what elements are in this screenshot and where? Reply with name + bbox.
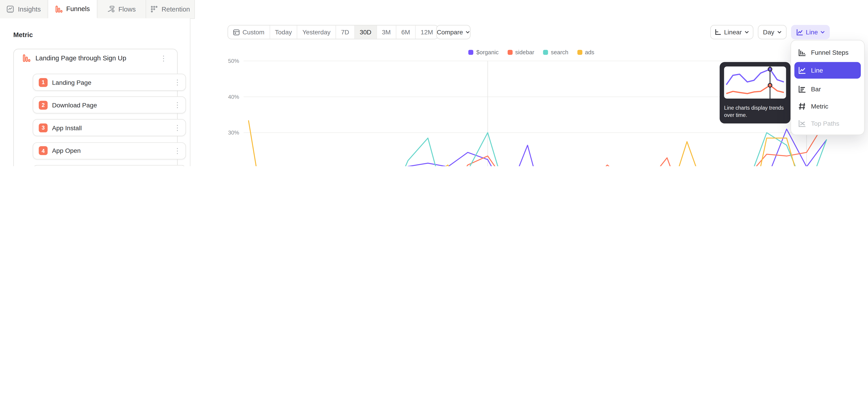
mini-red-line: [726, 85, 784, 94]
line-icon: [798, 66, 806, 74]
menu-item-label: Bar: [811, 86, 821, 92]
step-kebab-icon[interactable]: [174, 147, 181, 154]
range-label: 6M: [401, 29, 410, 35]
compare-label: Compare: [437, 29, 463, 35]
chart-type-menu: Funnel StepsLineBarMetricTop Paths: [790, 40, 865, 135]
chart-type-tooltip: Line charts display trends over time.: [720, 62, 790, 123]
query-sidebar: Metric Landing Page through Sign Up 1Lan…: [0, 18, 190, 166]
y-tick-label: 50%: [228, 58, 239, 64]
chevron-down-icon: [777, 31, 782, 34]
menu-item-label: Metric: [811, 103, 829, 109]
tab-retention[interactable]: Retention: [146, 0, 195, 18]
range-custom[interactable]: Custom: [228, 26, 270, 39]
range-12m[interactable]: 12M: [416, 26, 438, 39]
funnel-steps-icon: [798, 49, 806, 57]
step-label: App Open: [52, 148, 81, 154]
step-label: App Install: [52, 125, 82, 131]
range-label: 12M: [421, 29, 433, 35]
range-label: Today: [275, 29, 292, 35]
range-label: Yesterday: [303, 29, 331, 35]
mini-purple-line: [726, 69, 784, 85]
metric-heading: Metric: [13, 31, 33, 39]
interval-label: Day: [763, 29, 774, 35]
interval-dropdown[interactable]: Day: [758, 25, 786, 39]
date-range-segmented: CustomTodayYesterday7D30D3M6M12M: [228, 25, 439, 39]
funnel-step-1[interactable]: 1Landing Page: [33, 74, 186, 91]
funnel-metric-icon: [23, 54, 30, 62]
menu-item-funnel-steps[interactable]: Funnel Steps: [794, 45, 861, 60]
menu-item-label: Funnel Steps: [811, 49, 848, 56]
y-tick-label: 20%: [228, 165, 239, 166]
calendar-icon: [233, 29, 240, 35]
funnel-title: Landing Page through Sign Up: [35, 54, 126, 62]
tab-funnels[interactable]: Funnels: [48, 0, 97, 18]
range-label: 3M: [382, 29, 391, 35]
funnels-icon: [55, 5, 62, 12]
flows-icon: [107, 5, 115, 13]
funnel-step-5[interactable]: 5Sign Up: [33, 165, 186, 166]
top-paths-icon: [798, 120, 806, 127]
tooltip-text: Line charts display trends over time.: [724, 105, 786, 119]
tab-label: Funnels: [66, 5, 90, 13]
step-number-badge: 4: [39, 146, 48, 155]
step-label: Download Page: [52, 102, 97, 108]
insights-icon: [7, 5, 14, 13]
chart-type-label: Line: [806, 29, 818, 35]
step-kebab-icon[interactable]: [174, 124, 181, 132]
series-line-organic: [249, 129, 827, 166]
range-3m[interactable]: 3M: [377, 26, 396, 39]
chart-type-dropdown[interactable]: Line: [791, 25, 830, 39]
y-tick-label: 30%: [228, 130, 239, 136]
menu-item-line[interactable]: Line: [794, 62, 861, 79]
tab-label: Retention: [162, 5, 190, 13]
funnel-title-row[interactable]: Landing Page through Sign Up: [23, 54, 172, 62]
app-window: Insights Funnels Flows Retention Metric …: [0, 0, 868, 166]
step-number-badge: 1: [39, 78, 48, 87]
scale-dropdown[interactable]: Linear: [710, 25, 753, 39]
step-kebab-icon[interactable]: [174, 101, 181, 109]
metric-card: Landing Page through Sign Up 1Landing Pa…: [13, 49, 178, 166]
mini-red-dot: [768, 84, 772, 87]
chevron-down-icon: [466, 31, 470, 34]
tab-flows[interactable]: Flows: [97, 0, 146, 18]
step-number-badge: 3: [39, 123, 48, 132]
range-label: Custom: [243, 29, 265, 35]
tab-label: Insights: [18, 5, 41, 13]
linear-scale-icon: [715, 29, 721, 35]
range-today[interactable]: Today: [270, 26, 298, 39]
chevron-down-icon: [745, 31, 749, 34]
tab-label: Flows: [119, 5, 136, 13]
series-line-search: [249, 133, 827, 166]
menu-item-label: Top Paths: [811, 120, 839, 127]
range-30d[interactable]: 30D: [355, 26, 377, 39]
scale-label: Linear: [724, 29, 742, 35]
funnel-step-4[interactable]: 4App Open: [33, 142, 186, 159]
line-chart-icon: [796, 29, 803, 36]
range-label: 30D: [360, 29, 371, 35]
retention-icon: [151, 5, 158, 13]
series-line-sidebar: [249, 120, 827, 166]
menu-item-label: Line: [811, 67, 823, 73]
menu-item-metric[interactable]: Metric: [794, 99, 861, 114]
step-number-badge: 2: [39, 101, 48, 109]
funnel-step-3[interactable]: 3App Install: [33, 119, 186, 136]
step-label: Landing Page: [52, 79, 91, 86]
funnel-kebab-icon[interactable]: [160, 55, 167, 62]
metric-icon: [798, 102, 806, 110]
tab-insights[interactable]: Insights: [0, 0, 48, 18]
y-tick-label: 40%: [228, 94, 239, 100]
tooltip-mini-chart: [724, 66, 786, 99]
mini-purple-dot: [768, 67, 772, 71]
compare-button[interactable]: Compare: [436, 25, 471, 39]
report-tabbar: Insights Funnels Flows Retention: [0, 0, 195, 19]
menu-item-bar[interactable]: Bar: [794, 82, 861, 97]
menu-item-top-paths: Top Paths: [794, 116, 861, 131]
range-yesterday[interactable]: Yesterday: [298, 26, 336, 39]
funnel-step-2[interactable]: 2Download Page: [33, 97, 186, 114]
range-7d[interactable]: 7D: [336, 26, 355, 39]
chevron-down-icon: [820, 31, 825, 34]
range-6m[interactable]: 6M: [396, 26, 416, 39]
step-kebab-icon[interactable]: [174, 79, 181, 86]
range-label: 7D: [341, 29, 349, 35]
bar-icon: [798, 85, 806, 93]
